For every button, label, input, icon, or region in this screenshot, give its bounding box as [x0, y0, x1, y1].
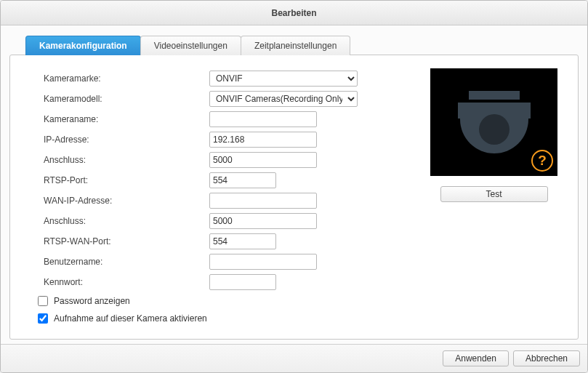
port-label: Anschluss:	[44, 155, 209, 165]
model-label: Kameramodell:	[44, 94, 209, 104]
rtsp-input[interactable]	[209, 172, 276, 188]
user-input[interactable]	[209, 254, 317, 270]
cancel-button[interactable]: Abbrechen	[513, 350, 580, 366]
model-select[interactable]: ONVIF Cameras(Recording Only)	[209, 91, 358, 107]
tab-strip: Kamerakonfiguration Videoeinstellungen Z…	[25, 36, 579, 55]
tab-camera-config[interactable]: Kamerakonfiguration	[25, 36, 141, 55]
brand-select[interactable]: ONVIF	[209, 71, 358, 87]
config-panel: Kameramarke: ONVIF Kameramodell: ONVIF C…	[9, 55, 579, 340]
edit-dialog: Bearbeiten Kamerakonfiguration Videoeins…	[0, 0, 588, 373]
wanport-label: Anschluss:	[44, 216, 209, 226]
ip-input[interactable]	[209, 132, 317, 148]
camera-preview: ?	[430, 68, 557, 176]
enable-recording-checkbox[interactable]	[38, 313, 48, 324]
name-label: Kameraname:	[44, 114, 209, 124]
ip-label: IP-Adresse:	[44, 135, 209, 145]
pass-input[interactable]	[209, 274, 276, 290]
camera-placeholder-icon	[458, 91, 531, 153]
user-label: Benutzername:	[44, 257, 209, 267]
wanip-input[interactable]	[209, 193, 317, 209]
port-input[interactable]	[209, 152, 317, 168]
test-button[interactable]: Test	[440, 186, 548, 202]
tab-schedule-settings[interactable]: Zeitplaneinstellungen	[241, 36, 350, 55]
wanip-label: WAN-IP-Adresse:	[44, 196, 209, 206]
show-password-checkbox[interactable]	[38, 296, 48, 306]
dialog-footer: Anwenden Abbrechen	[1, 344, 587, 372]
enable-recording-label: Aufnahme auf dieser Kamera aktivieren	[54, 313, 207, 324]
help-icon[interactable]: ?	[531, 150, 553, 172]
rtspwan-input[interactable]	[209, 233, 276, 249]
window-title: Bearbeiten	[1, 1, 587, 25]
pass-label: Kennwort:	[44, 277, 209, 287]
apply-button[interactable]: Anwenden	[443, 350, 509, 366]
rtsp-label: RTSP-Port:	[44, 175, 209, 185]
brand-label: Kameramarke:	[44, 73, 209, 84]
rtspwan-label: RTSP-WAN-Port:	[44, 236, 209, 246]
show-password-label: Password anzeigen	[54, 296, 130, 306]
tab-video-settings[interactable]: Videoeinstellungen	[140, 36, 241, 55]
name-input[interactable]	[209, 111, 317, 127]
camera-form: Kameramarke: ONVIF Kameramodell: ONVIF C…	[44, 68, 414, 327]
wanport-input[interactable]	[209, 213, 317, 229]
dialog-body: Kamerakonfiguration Videoeinstellungen Z…	[1, 25, 587, 344]
preview-column: ? Test	[430, 68, 557, 327]
